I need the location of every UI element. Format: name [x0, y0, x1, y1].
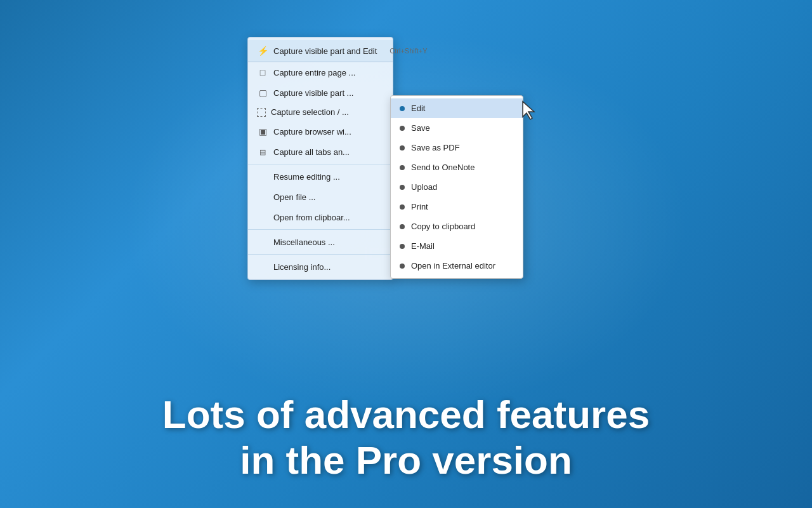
shortcut-label: Ctrl+Shift+Y — [377, 47, 427, 55]
item-label: Capture browser wi... — [273, 127, 351, 137]
capture-browser-item[interactable]: ▣ Capture browser wi... — [248, 121, 393, 142]
submenu-edit-item[interactable]: Edit — [391, 98, 523, 118]
capture-all-tabs-item[interactable]: ▤ Capture all tabs an... — [248, 142, 393, 162]
main-menu: ⚡ Capture visible part and Edit Ctrl+Shi… — [247, 37, 393, 280]
bottom-text-line2: in the Pro version — [38, 438, 774, 483]
selection-icon — [257, 108, 266, 117]
submenu-save-pdf-item[interactable]: Save as PDF — [391, 138, 523, 157]
bullet-icon — [400, 126, 405, 131]
tabs-icon: ▤ — [257, 146, 268, 157]
bullet-icon — [400, 165, 405, 170]
bullet-icon — [400, 145, 405, 150]
submenu-item-label: Send to OneNote — [411, 163, 475, 172]
page-icon: □ — [257, 67, 268, 78]
misc-icon — [257, 236, 268, 248]
submenu-print-item[interactable]: Print — [391, 197, 523, 217]
license-icon — [257, 261, 268, 272]
submenu-item-label: Save as PDF — [411, 143, 460, 152]
browser-icon: ▣ — [257, 126, 268, 137]
capture-visible-part-item[interactable]: ▢ Capture visible part ... — [248, 83, 393, 103]
separator-1 — [248, 164, 393, 164]
capture-visible-edit-item[interactable]: ⚡ Capture visible part and Edit Ctrl+Shi… — [248, 40, 393, 62]
resume-editing-item[interactable]: Resume editing ... — [248, 166, 393, 187]
bottom-text: Lots of advanced features in the Pro ver… — [0, 392, 812, 483]
item-label: Miscellaneous ... — [273, 237, 335, 247]
bullet-icon — [400, 264, 405, 269]
item-label: Capture all tabs an... — [273, 147, 350, 157]
submenu-email-item[interactable]: E-Mail — [391, 236, 523, 256]
submenu-onenote-item[interactable]: Send to OneNote — [391, 157, 523, 177]
item-label: Capture visible part ... — [273, 88, 353, 98]
lightning-icon: ⚡ — [257, 45, 268, 57]
submenu-external-editor-item[interactable]: Open in External editor — [391, 256, 523, 276]
open-file-icon — [257, 191, 268, 203]
licensing-info-item[interactable]: Licensing info... — [248, 257, 393, 277]
bullet-icon — [400, 244, 405, 249]
bullet-icon — [400, 106, 405, 111]
bullet-icon — [400, 224, 405, 229]
item-label: Resume editing ... — [273, 172, 340, 182]
bullet-icon — [400, 185, 405, 190]
item-label: Open file ... — [273, 192, 315, 202]
submenu-save-item[interactable]: Save — [391, 118, 523, 138]
separator-3 — [248, 254, 393, 255]
bottom-text-line1: Lots of advanced features — [38, 392, 774, 437]
header-label: Capture visible part and Edit — [273, 46, 377, 56]
item-label: Capture entire page ... — [273, 68, 355, 77]
item-label: Open from clipboar... — [273, 213, 350, 222]
submenu-item-label: Save — [411, 123, 430, 133]
submenu-item-label: Print — [411, 202, 428, 211]
item-label: Capture selection / ... — [271, 107, 349, 117]
submenu: Edit Save Save as PDF Send to OneNote Up… — [390, 95, 523, 279]
submenu-upload-item[interactable]: Upload — [391, 177, 523, 197]
submenu-clipboard-item[interactable]: Copy to clipboard — [391, 217, 523, 236]
bullet-icon — [400, 204, 405, 210]
submenu-item-label: Edit — [411, 104, 425, 113]
submenu-item-label: E-Mail — [411, 241, 435, 251]
item-label: Licensing info... — [273, 262, 331, 272]
separator-2 — [248, 229, 393, 230]
visible-icon: ▢ — [257, 87, 268, 98]
submenu-item-label: Copy to clipboard — [411, 222, 475, 231]
submenu-item-label: Open in External editor — [411, 261, 495, 271]
submenu-item-label: Upload — [411, 182, 437, 192]
clipboard-icon — [257, 211, 268, 223]
open-clipboard-item[interactable]: Open from clipboar... — [248, 207, 393, 227]
open-file-item[interactable]: Open file ... — [248, 187, 393, 207]
miscellaneous-item[interactable]: Miscellaneous ... — [248, 232, 393, 252]
capture-entire-page-item[interactable]: □ Capture entire page ... — [248, 62, 393, 83]
capture-selection-item[interactable]: Capture selection / ... — [248, 103, 393, 121]
resume-icon — [257, 171, 268, 182]
